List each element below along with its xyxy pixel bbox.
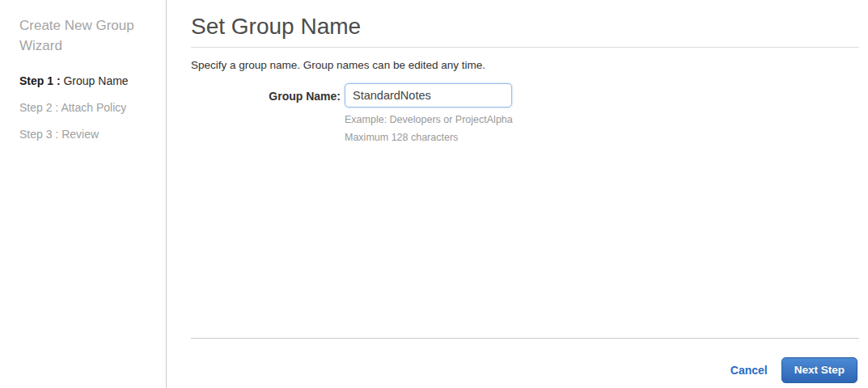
form-label-column: Group Name: — [191, 83, 341, 144]
group-name-label: Group Name: — [269, 90, 341, 103]
wizard-sidebar: Create New Group Wizard Step 1 : Group N… — [0, 0, 167, 388]
footer-actions: Cancel Next Step — [191, 339, 859, 388]
cancel-button[interactable]: Cancel — [730, 364, 768, 377]
content-spacer — [191, 144, 859, 338]
step-label: Review — [58, 128, 99, 141]
sidebar-step-group-name: Step 1 : Group Name — [19, 75, 150, 86]
sidebar-step-review: Step 3 : Review — [19, 129, 150, 140]
wizard-main-panel: Set Group Name Specify a group name. Gro… — [167, 0, 868, 388]
create-group-wizard-page: Create New Group Wizard Step 1 : Group N… — [0, 0, 868, 388]
step-prefix: Step 2 : — [19, 101, 58, 114]
page-title: Set Group Name — [191, 14, 859, 48]
step-prefix: Step 1 : — [19, 74, 61, 87]
step-prefix: Step 3 : — [19, 128, 58, 141]
wizard-title: Create New Group Wizard — [19, 15, 150, 56]
wizard-steps: Step 1 : Group Name Step 2 : Attach Poli… — [19, 75, 150, 140]
next-step-button[interactable]: Next Step — [781, 357, 857, 383]
group-name-input[interactable] — [345, 83, 512, 108]
group-name-form-row: Group Name: Example: Developers or Proje… — [191, 83, 859, 144]
form-field-column: Example: Developers or ProjectAlpha Maxi… — [341, 83, 513, 144]
step-label: Group Name — [61, 74, 129, 87]
step-label: Attach Policy — [58, 101, 126, 114]
group-name-max-hint: Maximum 128 characters — [345, 131, 513, 144]
sidebar-step-attach-policy: Step 2 : Attach Policy — [19, 102, 150, 113]
page-description: Specify a group name. Group names can be… — [191, 59, 859, 71]
group-name-example-hint: Example: Developers or ProjectAlpha — [345, 113, 513, 126]
